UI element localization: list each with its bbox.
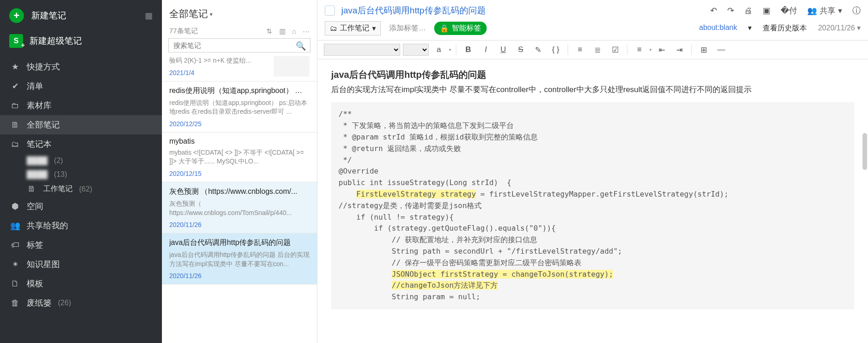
present-icon[interactable]: ▣	[763, 6, 770, 16]
view-icon[interactable]: ▥	[279, 27, 286, 35]
note-items[interactable]: 验码 2(K)-1 >= n+K 使监绐... 2021/1/4 redis使用…	[162, 56, 317, 343]
about-blank-link[interactable]: about:blank	[699, 23, 737, 33]
strike-button[interactable]: S	[513, 43, 528, 56]
checklist-button[interactable]: ☑	[608, 43, 622, 56]
new-note-button[interactable]: + 新建笔记	[9, 8, 66, 23]
sidebar-item-trash[interactable]: 🗑废纸篓 (26)	[0, 293, 162, 313]
editor-body[interactable]: java后台代码调用http传参乱码的问题 后台的实现方法写在impl实现类中 …	[317, 59, 868, 343]
note-title: redis使用说明（知道app,springboot） …	[169, 86, 310, 96]
sidebar-label: 模板	[27, 278, 43, 289]
sidebar-label: 清单	[27, 81, 43, 92]
note-date: 2020/11/26	[169, 221, 310, 228]
underline-button[interactable]: U	[496, 43, 511, 56]
sidebar-sub-work[interactable]: 🗎工作笔记 (62)	[22, 181, 162, 197]
count-label: (2)	[54, 157, 63, 165]
sidebar-item-materials[interactable]: 🗀素材库	[0, 96, 162, 115]
sidebar-label: 笔记本	[27, 139, 52, 150]
sidebar-sub-label: 工作笔记	[43, 184, 73, 194]
code-button[interactable]: { }	[548, 43, 563, 56]
share-button[interactable]: 👥 共享 ▾	[807, 6, 842, 16]
cube-icon: ⬢	[10, 201, 20, 211]
sidebar-item-shortcuts[interactable]: ★快捷方式	[0, 57, 162, 76]
unordered-list-button[interactable]: ≣	[590, 43, 605, 56]
code-block: /** * 下发策略，将当前选中的策略信息下发到二级平台 * @param st…	[331, 102, 854, 309]
bold-button[interactable]: B	[461, 43, 476, 56]
super-note-icon: S	[9, 34, 23, 48]
check-icon: ✔	[10, 81, 20, 91]
sidebar-item-shared[interactable]: 👥共享给我的	[0, 216, 162, 235]
highlight-button[interactable]: ✎	[531, 43, 546, 56]
sort-icon[interactable]: ⇅	[266, 27, 272, 35]
sidebar-label: 标签	[27, 239, 43, 250]
note-title: java后台代码调用http传参乱码的问题	[169, 238, 310, 248]
note-snippet: redis使用说明（知道app,springboot） ps:启动本地redis…	[169, 99, 310, 116]
info-icon[interactable]: ⓘ	[852, 5, 861, 16]
note-snippet: 灰色预测（ https://www.cnblogs.com/TomSnail/p…	[169, 199, 310, 217]
history-link[interactable]: 查看历史版本	[763, 23, 807, 33]
note-item[interactable]: 灰色预测 （https://www.cnblogs.com/... 灰色预测（ …	[162, 182, 317, 233]
sidebar-sub-label: ████	[27, 170, 47, 179]
sidebar-nav: + 新建笔记 ▦ S 新建超级笔记 ★快捷方式 ✔清单 🗀素材库 🗎全部笔记 🗂…	[0, 0, 162, 343]
search-input[interactable]	[168, 38, 310, 52]
filter-icon[interactable]: ⌂	[292, 27, 296, 35]
note-date-display[interactable]: 2020/11/26 ▾	[818, 23, 861, 33]
sidebar-item-notebooks[interactable]: 🗂笔记本	[0, 134, 162, 154]
sidebar-sub-label: ████	[27, 157, 47, 165]
format-toolbar: a▾ B I U S ✎ { } ≡ ≣ ☑ ≡▾ ⇤ ⇥ ⊞ —	[317, 40, 868, 59]
sidebar-label: 共享给我的	[27, 220, 68, 231]
sidebar-label: 空间	[27, 201, 43, 212]
sidebar-label: 知识星图	[27, 259, 60, 270]
sidebar-label: 快捷方式	[27, 61, 60, 72]
note-count: 77条笔记	[169, 27, 198, 35]
sidebar-sub-item[interactable]: ████ (13)	[22, 168, 162, 181]
document-title[interactable]: java后台代码调用http传参乱码的问题	[341, 5, 704, 17]
note-snippet: mybatis <![CDATA[ <> ]]> 不等于 <![CDATA[ >…	[169, 148, 310, 166]
sidebar-sub-item[interactable]: ████ (2)	[22, 154, 162, 168]
font-color-button[interactable]: a	[431, 43, 446, 56]
count-label: (13)	[54, 170, 67, 179]
more-icon[interactable]: ⋯	[303, 27, 310, 35]
sidebar-item-checklist[interactable]: ✔清单	[0, 76, 162, 96]
note-item[interactable]: redis使用说明（知道app,springboot） … redis使用说明（…	[162, 81, 317, 133]
sidebar-item-space[interactable]: ⬢空间	[0, 197, 162, 216]
template-icon: 🗋	[10, 279, 20, 289]
share-icon[interactable]: �付	[781, 5, 797, 16]
new-note-label: 新建笔记	[31, 10, 66, 22]
note-list-panel: 全部笔记 77条笔记 ⇅ ▥ ⌂ ⋯ 🔍 验码 2(K)-1 >= n+K 使监…	[162, 0, 317, 343]
note-item-selected[interactable]: java后台代码调用http传参乱码的问题 java后台代码调用http传参乱码…	[162, 233, 317, 285]
redo-icon[interactable]: ↷	[727, 6, 734, 16]
indent-button[interactable]: ⇥	[672, 43, 687, 56]
list-title[interactable]: 全部笔记	[169, 8, 213, 19]
table-button[interactable]: ⊞	[696, 43, 711, 56]
note-snippet: 验码 2(K)-1 >= n+K 使监绐...	[169, 56, 271, 65]
new-super-note-button[interactable]: S 新建超级笔记	[0, 26, 162, 54]
outdent-button[interactable]: ⇤	[655, 43, 669, 56]
hr-button[interactable]: —	[714, 43, 729, 56]
font-family-select[interactable]	[324, 44, 400, 56]
align-button[interactable]: ≡	[632, 43, 647, 56]
expand-icon[interactable]	[325, 6, 335, 16]
editor-panel: java后台代码调用http传参乱码的问题 ↶ ↷ 🖨 ▣ �付 👥 共享 ▾ …	[317, 0, 868, 343]
sidebar-item-knowledge[interactable]: ✴知识星图	[0, 255, 162, 274]
note-thumb	[274, 56, 310, 76]
count-label: (26)	[58, 299, 71, 307]
ordered-list-button[interactable]: ≡	[573, 43, 587, 56]
sidebar-item-templates[interactable]: 🗋模板	[0, 274, 162, 293]
search-icon[interactable]: 🔍	[296, 41, 306, 51]
undo-icon[interactable]: ↶	[710, 6, 717, 16]
notebook-icon: 🗂	[10, 140, 20, 149]
doc-paragraph: 后台的实现方法写在impl实现类中 尽量不要写在controller中，cont…	[331, 84, 854, 96]
grid-view-icon[interactable]: ▦	[145, 11, 153, 21]
italic-button[interactable]: I	[478, 43, 493, 56]
note-item[interactable]: mybatis mybatis <![CDATA[ <> ]]> 不等于 <![…	[162, 133, 317, 182]
smart-tag-button[interactable]: 🔒 智能标签	[434, 22, 487, 35]
notebook-selector[interactable]: 🗂 工作笔记 ▾	[325, 21, 381, 35]
super-note-label: 新建超级笔记	[29, 35, 82, 47]
add-tag-button[interactable]: 添加标签…	[389, 23, 426, 33]
font-size-select[interactable]	[403, 44, 429, 56]
note-item[interactable]: 验码 2(K)-1 >= n+K 使监绐... 2021/1/4	[162, 56, 317, 81]
print-icon[interactable]: 🖨	[744, 6, 753, 16]
scrollbar-thumb[interactable]	[862, 133, 867, 170]
sidebar-item-tags[interactable]: 🏷标签	[0, 235, 162, 255]
sidebar-item-all-notes[interactable]: 🗎全部笔记	[0, 115, 162, 134]
